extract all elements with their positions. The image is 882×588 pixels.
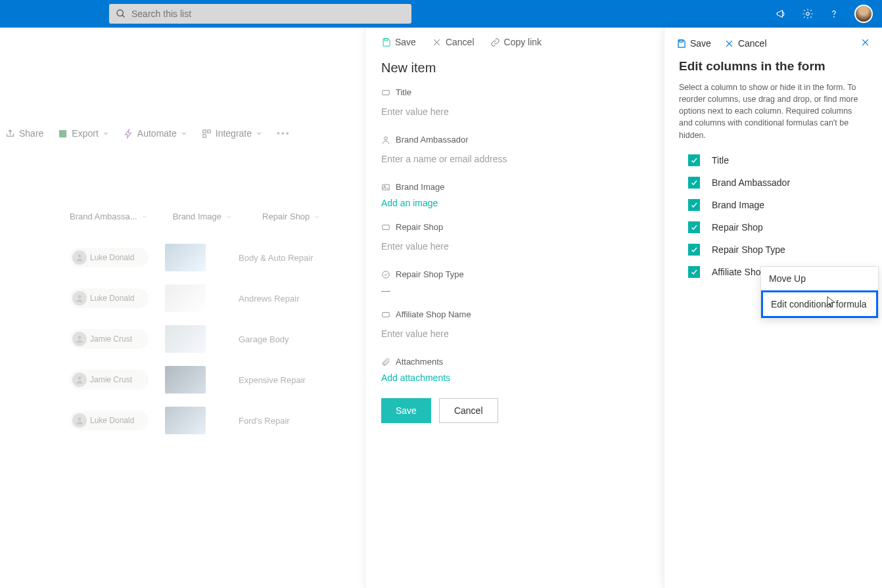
help-icon[interactable]: [828, 8, 840, 20]
attachment-icon: [381, 357, 390, 367]
repair-type-value[interactable]: —: [381, 285, 390, 296]
svg-rect-4: [59, 129, 66, 137]
svg-point-17: [384, 137, 388, 140]
col-header-repair[interactable]: Repair Shop: [262, 212, 320, 221]
cancel-columns-button[interactable]: Cancel: [724, 38, 767, 49]
table-row[interactable]: Luke Donald Andrews Repair: [0, 278, 365, 319]
cell-repair: Ford's Repair: [239, 416, 290, 426]
text-field-icon: [381, 88, 390, 97]
checkbox-icon[interactable]: [688, 154, 700, 166]
svg-point-11: [78, 376, 81, 380]
gear-icon[interactable]: [802, 8, 814, 20]
column-toggle-repairtype[interactable]: Repair Shop Type: [688, 244, 868, 256]
link-icon: [490, 37, 500, 47]
image-icon: [381, 183, 390, 192]
automate-button[interactable]: Automate: [124, 128, 187, 139]
cell-repair: Body & Auto Repair: [239, 253, 313, 263]
person-icon: [381, 135, 390, 145]
svg-line-1: [122, 15, 124, 17]
list-background: Brand Ambassa... Brand Image Repair Shop…: [0, 28, 365, 588]
cancel-button-top[interactable]: Cancel: [432, 37, 475, 47]
share-button[interactable]: Share: [5, 128, 43, 139]
svg-point-9: [78, 295, 81, 298]
svg-point-0: [117, 10, 123, 16]
text-field-icon: [381, 310, 390, 319]
svg-point-2: [806, 12, 810, 16]
table-row[interactable]: Jamie Crust Expensive Repair: [0, 359, 365, 400]
col-header-ambassador[interactable]: Brand Ambassa...: [70, 212, 148, 221]
svg-rect-5: [203, 129, 206, 132]
save-icon: [381, 37, 391, 47]
cell-repair: Andrews Repair: [239, 294, 300, 304]
export-button[interactable]: Export: [58, 128, 108, 139]
add-image-link[interactable]: Add an image: [381, 198, 438, 208]
svg-rect-23: [680, 39, 683, 41]
save-button-top[interactable]: Save: [381, 37, 416, 47]
checkbox-icon[interactable]: [688, 266, 700, 278]
search-icon: [116, 9, 126, 19]
person-chip[interactable]: Jamie Crust: [70, 329, 149, 349]
checkbox-icon[interactable]: [688, 199, 700, 211]
checkbox-icon[interactable]: [688, 221, 700, 233]
choice-icon: [381, 270, 390, 279]
svg-point-21: [383, 271, 390, 278]
svg-rect-7: [203, 134, 206, 137]
column-toggle-repairshop[interactable]: Repair Shop: [688, 221, 868, 233]
person-chip[interactable]: Luke Donald: [70, 288, 149, 308]
menu-edit-conditional-formula[interactable]: Edit conditional formula: [761, 290, 878, 318]
column-context-menu: Move Up Edit conditional formula: [760, 266, 879, 319]
menu-move-up[interactable]: Move Up: [761, 267, 878, 290]
checkbox-icon[interactable]: [688, 244, 700, 256]
table-row[interactable]: Luke Donald Ford's Repair: [0, 400, 365, 441]
field-label-title: Title: [396, 87, 411, 97]
svg-point-10: [78, 336, 81, 339]
close-icon: [860, 37, 870, 47]
thumbnail: [165, 244, 206, 271]
svg-point-8: [78, 254, 81, 258]
app-header: [0, 0, 882, 28]
panel-heading: New item: [381, 60, 648, 76]
thumbnail: [165, 407, 206, 434]
thumbnail: [165, 325, 206, 353]
cancel-button[interactable]: Cancel: [439, 398, 498, 423]
ambassador-input[interactable]: [381, 150, 648, 169]
text-field-icon: [381, 223, 390, 232]
header-actions: [776, 5, 873, 23]
svg-rect-13: [384, 38, 388, 40]
add-attachments-link[interactable]: Add attachments: [381, 373, 450, 383]
col-header-image[interactable]: Brand Image: [173, 212, 232, 221]
integrate-button[interactable]: Integrate: [202, 128, 262, 139]
right-panel-desc: Select a column to show or hide it in th…: [679, 81, 868, 141]
field-label-image: Brand Image: [396, 182, 444, 192]
close-panel-button[interactable]: [860, 37, 870, 49]
table-row[interactable]: Luke Donald Body & Auto Repair: [0, 237, 365, 278]
field-label-repairshop: Repair Shop: [396, 222, 443, 232]
svg-point-3: [834, 16, 835, 17]
copy-link-button[interactable]: Copy link: [490, 37, 542, 47]
thumbnail: [165, 366, 206, 394]
more-button[interactable]: •••: [277, 128, 290, 139]
person-chip[interactable]: Jamie Crust: [70, 370, 149, 390]
column-toggle-ambassador[interactable]: Brand Ambassador: [688, 177, 868, 189]
title-input[interactable]: [381, 102, 648, 122]
person-chip[interactable]: Luke Donald: [70, 248, 149, 267]
save-button[interactable]: Save: [381, 398, 431, 423]
svg-rect-6: [208, 129, 210, 132]
search-box[interactable]: [109, 4, 411, 24]
column-toggle-title[interactable]: Title: [688, 154, 868, 166]
person-chip[interactable]: Luke Donald: [70, 411, 149, 430]
cell-repair: Garage Body: [239, 334, 289, 344]
megaphone-icon[interactable]: [776, 8, 787, 20]
search-input[interactable]: [131, 9, 405, 19]
avatar[interactable]: [854, 5, 873, 23]
thumbnail: [165, 284, 206, 312]
cell-repair: Expensive Repair: [239, 375, 306, 385]
affiliate-input[interactable]: [381, 325, 648, 344]
save-columns-button[interactable]: Save: [676, 38, 711, 49]
checkbox-icon[interactable]: [688, 177, 700, 189]
table-row[interactable]: Jamie Crust Garage Body: [0, 319, 365, 359]
column-toggle-image[interactable]: Brand Image: [688, 199, 868, 211]
svg-rect-20: [383, 225, 390, 229]
right-panel-heading: Edit columns in the form: [679, 59, 868, 74]
repair-shop-input[interactable]: [381, 237, 648, 256]
